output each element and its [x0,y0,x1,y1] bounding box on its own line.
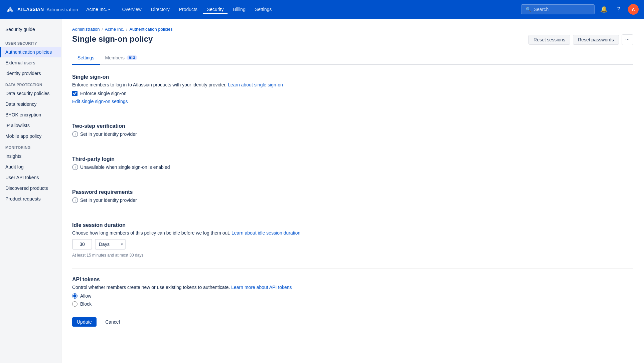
more-actions-button[interactable]: ··· [622,34,633,45]
api-tokens-block-radio[interactable] [72,301,77,307]
sidebar-section-data-protection: DATA PROTECTION [0,79,61,88]
edit-sso-link[interactable]: Edit single sign-on settings [72,99,128,104]
password-section: Password requirements i Set in your iden… [72,189,633,203]
search-box[interactable]: 🔍 [521,4,595,14]
sidebar-item-byok-encryption[interactable]: BYOK encryption [0,109,61,120]
breadcrumb-authentication-policies[interactable]: Authentication policies [129,27,172,32]
idle-session-section: Idle session duration Choose how long me… [72,222,633,258]
breadcrumb-acme-inc[interactable]: Acme Inc. [105,27,124,32]
idle-session-value-input[interactable] [72,239,92,250]
sidebar-section-user-security: USER SECURITY [0,37,61,47]
sidebar-item-audit-log[interactable]: Audit log [0,161,61,172]
third-party-info: i Unavailable when single sign-on is ena… [72,164,633,170]
sidebar-item-ip-allowlists[interactable]: IP allowlists [0,120,61,131]
org-switcher[interactable]: Acme Inc. ▾ [86,7,110,12]
two-step-section: Two-step verification i Set in your iden… [72,123,633,137]
atlassian-logo-icon [5,5,15,14]
api-tokens-section: API tokens Control whether members creat… [72,277,633,307]
sidebar-item-product-requests[interactable]: Product requests [0,194,61,204]
password-info: i Set in your identity provider [72,197,633,203]
api-tokens-learn-link[interactable]: Learn more about API tokens [231,285,292,290]
chevron-down-icon: ▾ [108,8,110,11]
sidebar-item-security-guide[interactable]: Security guide [0,24,61,35]
admin-title: Administration [46,7,78,12]
third-party-title: Third-party login [72,156,633,162]
tab-settings[interactable]: Settings [72,52,100,65]
top-navigation: ATLASSIAN Administration Acme Inc. ▾ Ove… [0,0,644,19]
header-actions: Reset sessions Reset passwords ··· [528,34,633,45]
update-button[interactable]: Update [72,317,97,327]
sidebar-item-data-residency[interactable]: Data residency [0,99,61,109]
cancel-button[interactable]: Cancel [101,317,125,327]
search-icon: 🔍 [525,7,531,12]
breadcrumb-administration[interactable]: Administration [72,27,100,32]
idle-session-title: Idle session duration [72,222,633,228]
idle-session-learn-link[interactable]: Learn about idle session duration [231,230,300,236]
two-step-info-text: Set in your identity provider [80,131,137,137]
sidebar-item-discovered-products[interactable]: Discovered products [0,183,61,194]
members-badge: 913 [127,55,137,60]
sso-section: Single sign-on Enforce members to log in… [72,74,633,104]
page-title: Single sign-on policy [72,34,153,44]
two-step-info: i Set in your identity provider [72,131,633,137]
breadcrumb-sep-1: / [102,27,103,32]
enforce-sso-label[interactable]: Enforce single sign-on [80,91,127,96]
info-icon-password: i [72,197,78,203]
password-info-text: Set in your identity provider [80,198,137,203]
search-input[interactable] [534,7,590,12]
sidebar-item-mobile-app-policy[interactable]: Mobile app policy [0,131,61,141]
sso-desc-text: Enforce members to log in to Atlassian p… [72,82,228,87]
info-icon-two-step: i [72,131,78,137]
nav-billing[interactable]: Billing [229,5,250,14]
password-title: Password requirements [72,189,633,195]
two-step-title: Two-step verification [72,123,633,129]
org-name: Acme Inc. [86,7,107,12]
breadcrumb: Administration / Acme Inc. / Authenticat… [72,27,633,32]
sidebar-item-user-api-tokens[interactable]: User API tokens [0,172,61,183]
sidebar-item-external-users[interactable]: External users [0,57,61,68]
tab-settings-label: Settings [77,55,95,60]
topnav-right: 🔍 🔔 ? A [521,4,639,15]
api-tokens-allow-radio[interactable] [72,293,77,299]
help-icon[interactable]: ? [613,4,624,15]
form-actions: Update Cancel [72,317,633,327]
enforce-sso-checkbox[interactable] [72,91,77,96]
app-layout: Security guide USER SECURITY Authenticat… [0,19,644,363]
api-tokens-block-label[interactable]: Block [80,301,92,307]
avatar[interactable]: A [628,4,639,15]
enforce-sso-row: Enforce single sign-on [72,91,633,96]
sidebar-item-identity-providers[interactable]: Identity providers [0,68,61,79]
atlassian-text: ATLASSIAN [17,7,44,12]
tab-members[interactable]: Members 913 [100,52,143,65]
idle-session-desc-text: Choose how long members of this policy c… [72,230,231,236]
api-tokens-allow-label[interactable]: Allow [80,293,91,299]
nav-links: Overview Directory Products Security Bil… [118,5,513,14]
sso-learn-link[interactable]: Learn about single sign-on [228,82,283,87]
sso-title: Single sign-on [72,74,633,80]
nav-directory[interactable]: Directory [147,5,174,14]
sso-desc: Enforce members to log in to Atlassian p… [72,82,633,87]
sidebar-item-insights[interactable]: Insights [0,151,61,161]
idle-session-hint: At least 15 minutes and at most 30 days [72,253,633,258]
api-tokens-title: API tokens [72,277,633,283]
info-icon-third-party: i [72,164,78,170]
idle-session-unit-select[interactable]: Days Hours Minutes [95,239,126,250]
sidebar-item-authentication-policies[interactable]: Authentication policies [0,47,61,57]
notifications-icon[interactable]: 🔔 [599,4,609,15]
tabs: Settings Members 913 [72,52,633,65]
reset-sessions-button[interactable]: Reset sessions [528,35,570,45]
breadcrumb-sep-2: / [126,27,128,32]
nav-products[interactable]: Products [175,5,201,14]
page-header: Single sign-on policy Reset sessions Res… [72,34,633,45]
main-content: Administration / Acme Inc. / Authenticat… [61,19,644,363]
reset-passwords-button[interactable]: Reset passwords [573,35,619,45]
sidebar-item-data-security-policies[interactable]: Data security policies [0,88,61,99]
nav-overview[interactable]: Overview [118,5,145,14]
nav-settings[interactable]: Settings [251,5,276,14]
nav-security[interactable]: Security [203,5,228,14]
third-party-section: Third-party login i Unavailable when sin… [72,156,633,170]
tab-members-label: Members [105,55,125,60]
app-logo: ATLASSIAN Administration [5,5,78,14]
api-tokens-desc-text: Control whether members create new or us… [72,285,231,290]
idle-session-inputs: Days Hours Minutes [72,239,633,250]
